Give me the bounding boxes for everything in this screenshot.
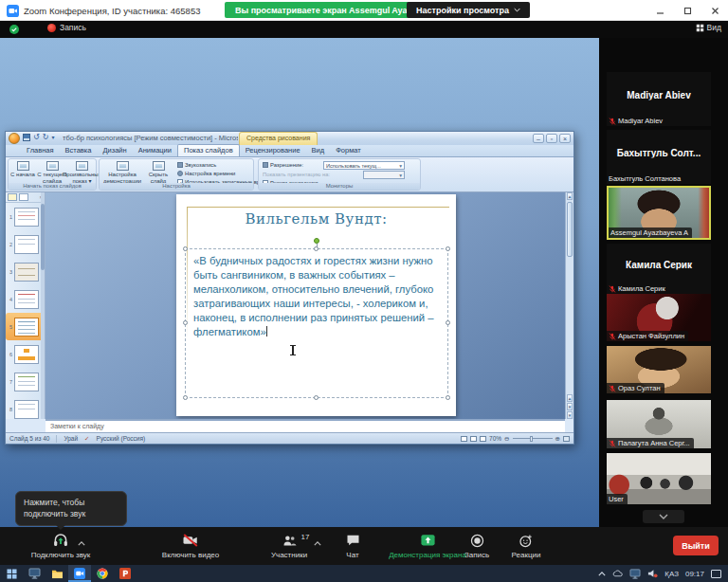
participant-tile-arystan[interactable]: Арыстан Файзуллин bbox=[607, 294, 711, 341]
more-participants-button[interactable] bbox=[643, 510, 684, 523]
scroll-up-button[interactable]: ▴ bbox=[567, 192, 573, 200]
scroll-down-button[interactable]: ▾ bbox=[567, 411, 573, 419]
previous-slide-button[interactable]: ▴ bbox=[567, 394, 573, 402]
office-button[interactable] bbox=[9, 133, 20, 144]
language-switcher[interactable]: ҚАЗ bbox=[664, 570, 679, 578]
next-slide-button[interactable]: ▾ bbox=[567, 403, 573, 410]
participants-button[interactable]: 17 Участники bbox=[256, 527, 322, 565]
slide-thumbnail-row[interactable]: 8 bbox=[6, 395, 45, 423]
slide-body-textbox[interactable]: «В будничных радостях и горестях жизни н… bbox=[185, 248, 448, 398]
resize-handle[interactable] bbox=[183, 320, 188, 325]
security-shield-icon[interactable] bbox=[9, 24, 20, 35]
network-display-icon[interactable] bbox=[629, 569, 641, 579]
ppt-maximize-button[interactable]: ▫ bbox=[546, 134, 557, 143]
powerpoint-taskbar-icon[interactable] bbox=[114, 565, 136, 582]
zoom-taskbar-icon[interactable] bbox=[68, 565, 91, 582]
action-center-icon[interactable] bbox=[711, 570, 721, 578]
onedrive-cloud-icon[interactable] bbox=[612, 570, 623, 577]
rotation-handle[interactable] bbox=[314, 238, 319, 244]
resize-handle[interactable] bbox=[314, 395, 318, 400]
view-mode-button[interactable]: Вид bbox=[696, 23, 721, 32]
join-audio-button[interactable]: Подключить звук bbox=[8, 527, 114, 565]
slide-thumbnail-row-active[interactable]: 5 bbox=[6, 313, 45, 340]
outline-tab-icon[interactable] bbox=[19, 193, 28, 201]
slide-canvas[interactable]: Вильгельм Вундт: bbox=[176, 194, 456, 416]
scrollbar-thumb[interactable] bbox=[567, 202, 573, 257]
leave-meeting-button[interactable]: Выйти bbox=[673, 536, 719, 555]
slide-title[interactable]: Вильгельм Вундт: bbox=[195, 210, 437, 227]
participant-tile-oraz[interactable]: Ораз Султан bbox=[607, 346, 711, 393]
chrome-taskbar-icon[interactable] bbox=[91, 565, 114, 582]
zoom-out-button[interactable]: ⊖ bbox=[504, 435, 509, 443]
taskbar-monitor-icon[interactable] bbox=[23, 565, 46, 582]
slide-thumbnail-row[interactable]: 4 bbox=[6, 285, 45, 313]
minimize-button[interactable] bbox=[655, 6, 665, 16]
start-video-button[interactable]: Включить видео bbox=[135, 527, 246, 565]
undo-icon[interactable]: ↺ bbox=[33, 134, 40, 141]
chevron-up-icon[interactable] bbox=[78, 541, 85, 546]
zoom-slider[interactable] bbox=[513, 438, 553, 439]
maximize-button[interactable] bbox=[682, 6, 693, 16]
resize-handle[interactable] bbox=[183, 246, 188, 251]
participant-tile-assemgul-active-speaker[interactable]: Assemgul Ayazbayeva A bbox=[607, 186, 711, 240]
normal-view-icon[interactable] bbox=[461, 436, 467, 442]
resize-handle[interactable] bbox=[446, 395, 450, 400]
chevron-up-icon[interactable] bbox=[314, 541, 321, 546]
tab-animatsii[interactable]: Анимации bbox=[133, 145, 177, 156]
language-indicator[interactable]: Русский (Россия) bbox=[97, 435, 146, 442]
save-icon[interactable] bbox=[23, 134, 30, 141]
tray-chevron-up-icon[interactable] bbox=[598, 572, 606, 576]
resize-handle[interactable] bbox=[446, 246, 450, 251]
clock[interactable]: 09:17 bbox=[685, 570, 704, 578]
hide-slide-button[interactable]: Скрыть слайд bbox=[144, 161, 173, 185]
ppt-close-button[interactable]: × bbox=[559, 134, 571, 143]
participant-tile-madiyar[interactable]: Madiyar Abiev Madiyar Abiev bbox=[607, 72, 711, 126]
file-explorer-icon[interactable] bbox=[46, 565, 68, 582]
view-settings-dropdown[interactable]: Настройки просмотра bbox=[407, 2, 530, 18]
reactions-button[interactable]: Реакции bbox=[500, 527, 552, 565]
resize-handle[interactable] bbox=[183, 395, 188, 400]
ppt-minimize-button[interactable]: – bbox=[533, 134, 544, 143]
resize-handle[interactable] bbox=[314, 246, 318, 251]
record-narration-option[interactable]: Звукозапись bbox=[177, 162, 216, 168]
slide-scrollbar[interactable]: ▴ ▴ ▾ ▾ bbox=[565, 192, 573, 419]
setup-slideshow-button[interactable]: Настройка демонстрации bbox=[102, 161, 142, 185]
tab-retsenzirovanie[interactable]: Рецензирование bbox=[240, 145, 306, 156]
participant-tile-bakhytgul[interactable]: Бахытгуль Солт... Бахытгуль Солтанова bbox=[607, 130, 711, 184]
slide-thumbnail-row[interactable]: 7 bbox=[6, 368, 45, 395]
from-beginning-button[interactable]: С начала bbox=[9, 161, 36, 178]
tab-glavnaya[interactable]: Главная bbox=[21, 145, 60, 156]
tab-vstavka[interactable]: Вставка bbox=[60, 145, 98, 156]
rehearse-timings-option[interactable]: Настройка времени bbox=[177, 171, 235, 176]
slide-thumbnail-row[interactable]: 6 bbox=[6, 340, 45, 368]
drawing-tools-contextual-tab[interactable]: Средства рисования bbox=[239, 132, 318, 145]
tab-format[interactable]: Формат bbox=[330, 145, 367, 156]
participant-tile-kamila[interactable]: Камила Серик Камила Серик bbox=[607, 244, 711, 294]
zoom-in-button[interactable]: ⊕ bbox=[555, 435, 560, 443]
slide-sorter-view-icon[interactable] bbox=[470, 436, 477, 442]
recording-indicator[interactable]: Запись bbox=[47, 23, 86, 32]
slideshow-view-icon[interactable] bbox=[480, 436, 486, 442]
notes-pane[interactable]: Заметки к слайду bbox=[46, 419, 565, 432]
tab-dizayn[interactable]: Дизайн bbox=[97, 145, 132, 156]
chat-button[interactable]: Чат bbox=[330, 527, 375, 565]
start-button[interactable] bbox=[0, 565, 23, 582]
slide-thumbnail-row[interactable]: 1 bbox=[6, 203, 45, 230]
resize-handle[interactable] bbox=[446, 320, 450, 325]
redo-icon[interactable]: ↻ bbox=[43, 134, 49, 141]
qat-dropdown-icon[interactable]: ▾ bbox=[51, 135, 54, 140]
fit-to-window-icon[interactable] bbox=[563, 436, 570, 442]
slides-tab-icon[interactable] bbox=[8, 193, 17, 201]
custom-slideshow-button[interactable]: Произвольный показ ▾ bbox=[67, 161, 97, 185]
resolution-dropdown[interactable]: Использовать текущ... bbox=[323, 161, 405, 170]
spellcheck-icon[interactable]: ✓ bbox=[84, 435, 89, 443]
participant-tile-user[interactable]: User bbox=[607, 453, 711, 504]
slide-body-text[interactable]: «В будничных радостях и горестях жизни н… bbox=[193, 254, 442, 338]
tab-pokaz-slaydov[interactable]: Показ слайдов bbox=[177, 144, 240, 156]
panel-scrollbar[interactable] bbox=[41, 192, 45, 419]
slide-thumbnail-row[interactable]: 2 bbox=[6, 230, 45, 258]
slide-thumbnail-row[interactable]: 3 bbox=[6, 258, 45, 285]
close-button[interactable] bbox=[710, 6, 720, 16]
record-button[interactable]: Запись bbox=[453, 527, 500, 565]
speaker-muted-icon[interactable] bbox=[647, 569, 658, 578]
